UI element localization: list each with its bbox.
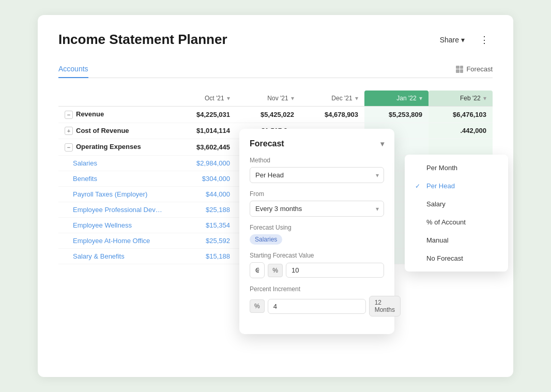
check-icon-pct-of-account bbox=[415, 219, 422, 226]
percent-increment-field: Percent Increment % 12 Months bbox=[250, 285, 384, 316]
row-cell-oct21: $304,000 bbox=[172, 171, 236, 186]
method-field: Method Per Head bbox=[250, 157, 384, 183]
expand-button[interactable]: − bbox=[65, 143, 73, 152]
header-actions: Share ▾ ⋮ bbox=[435, 32, 493, 48]
check-icon-per-head: ✓ bbox=[415, 183, 422, 190]
row-cell-feb22: .442,000 bbox=[428, 123, 493, 139]
dropdown-item-manual[interactable]: Manual bbox=[405, 231, 508, 249]
from-select-wrap: Every 3 months bbox=[250, 201, 384, 217]
method-select[interactable]: Per Head bbox=[250, 167, 384, 183]
table-row: −Revenue$4,225,031$5,425,022$4,678,903$5… bbox=[58, 107, 493, 123]
dropdown-item-per-head[interactable]: ✓ Per Head bbox=[405, 177, 508, 195]
starting-value-label: Starting Forecast Value bbox=[250, 252, 384, 259]
row-name-cell: +Cost of Revenue bbox=[58, 123, 172, 139]
row-name-cell: Employee Professional Dev… bbox=[58, 202, 172, 217]
share-button[interactable]: Share ▾ bbox=[435, 33, 470, 47]
row-cell-nov21: $5,425,022 bbox=[236, 107, 300, 123]
row-cell-oct21: $15,188 bbox=[172, 248, 236, 264]
forecast-modal-chevron[interactable]: ▾ bbox=[380, 140, 384, 148]
dropdown-item-per-month[interactable]: Per Month bbox=[405, 159, 508, 177]
forecast-toggle[interactable]: Forecast bbox=[456, 65, 493, 73]
row-name-cell: Salaries bbox=[58, 155, 172, 171]
dropdown-item-pct-of-account[interactable]: % of Account bbox=[405, 213, 508, 231]
row-cell-oct21: $3,602,445 bbox=[172, 139, 236, 156]
duration-pill: 12 Months bbox=[369, 296, 401, 316]
row-cell-oct21: $1,014,114 bbox=[172, 123, 236, 139]
forecast-using-label: Forecast Using bbox=[250, 224, 384, 231]
row-name-cell: Employee Wellness bbox=[58, 217, 172, 233]
from-select[interactable]: Every 3 months bbox=[250, 201, 384, 217]
row-cell-jan22: $5,253,809 bbox=[364, 107, 428, 123]
col-header-dec21[interactable]: Dec '21 ▾ bbox=[300, 91, 364, 107]
row-cell-oct21: $44,000 bbox=[172, 186, 236, 202]
increment-value-input[interactable] bbox=[268, 299, 366, 314]
from-label: From bbox=[250, 190, 384, 198]
expand-button[interactable]: + bbox=[65, 127, 73, 135]
page-title: Income Statement Planner bbox=[58, 32, 227, 48]
check-icon-manual bbox=[415, 237, 422, 244]
check-icon-no-forecast bbox=[415, 255, 422, 262]
row-cell-oct21: $2,984,000 bbox=[172, 155, 236, 171]
row-cell-oct21: $4,225,031 bbox=[172, 107, 236, 123]
from-field: From Every 3 months bbox=[250, 190, 384, 217]
method-select-wrap: Per Head bbox=[250, 167, 384, 183]
forecast-using-value: Salaries bbox=[250, 234, 384, 245]
forecast-using-tag[interactable]: Salaries bbox=[250, 234, 282, 245]
method-label: Method bbox=[250, 157, 384, 164]
forecast-modal-header: Forecast ▾ bbox=[250, 139, 384, 148]
forecast-modal-title: Forecast bbox=[250, 139, 284, 148]
row-cell-feb22 bbox=[428, 139, 493, 156]
tab-accounts[interactable]: Accounts bbox=[58, 61, 88, 78]
custom-select[interactable]: Custom bbox=[250, 262, 265, 278]
starting-value-row: Custom % bbox=[250, 262, 384, 278]
starting-value-field: Starting Forecast Value Custom % bbox=[250, 252, 384, 278]
row-cell-oct21: $25,592 bbox=[172, 233, 236, 248]
row-name-cell: Employee At-Home Office bbox=[58, 233, 172, 248]
forecast-modal: Forecast ▾ Method Per Head From Every 3 … bbox=[239, 129, 394, 334]
expand-button[interactable]: − bbox=[65, 111, 73, 119]
col-header-nov21[interactable]: Nov '21 ▾ bbox=[236, 91, 300, 107]
chevron-down-icon: ▾ bbox=[461, 36, 465, 44]
col-header-feb22[interactable]: Feb '22 ▾ bbox=[428, 91, 493, 107]
row-cell-oct21: $15,354 bbox=[172, 217, 236, 233]
check-icon-salary bbox=[415, 201, 422, 208]
row-name-cell: Benefits bbox=[58, 171, 172, 186]
row-cell-dec21: $4,678,903 bbox=[300, 107, 364, 123]
col-header-jan22[interactable]: Jan '22 ▾ bbox=[364, 91, 428, 107]
col-header-oct21[interactable]: Oct '21 ▾ bbox=[172, 91, 236, 107]
row-name-cell: Salary & Benefits bbox=[58, 248, 172, 264]
row-cell-oct21: $25,188 bbox=[172, 202, 236, 217]
pct-badge: % bbox=[268, 264, 283, 277]
dropdown-item-no-forecast[interactable]: No Forecast bbox=[405, 249, 508, 267]
percent-increment-label: Percent Increment bbox=[250, 285, 384, 293]
custom-value-input[interactable] bbox=[286, 263, 384, 278]
forecast-using-field: Forecast Using Salaries bbox=[250, 224, 384, 245]
check-icon-per-month bbox=[415, 164, 422, 172]
main-card: Income Statement Planner Share ▾ ⋮ Accou… bbox=[38, 15, 513, 377]
row-name-cell: −Revenue bbox=[58, 107, 172, 123]
pct2-badge: % bbox=[250, 299, 265, 313]
row-name-cell: −Operating Expenses bbox=[58, 139, 172, 156]
grid-icon bbox=[456, 66, 463, 73]
row-cell-feb22: $6,476,103 bbox=[428, 107, 493, 123]
col-header-name bbox=[58, 91, 172, 107]
percent-increment-row: % 12 Months bbox=[250, 296, 384, 316]
row-name-cell: Payroll Taxes (Employer) bbox=[58, 186, 172, 202]
nav-tabs: Accounts Forecast bbox=[58, 61, 493, 78]
method-dropdown-menu: Per Month ✓ Per Head Salary % of Account… bbox=[405, 155, 508, 272]
more-options-button[interactable]: ⋮ bbox=[476, 32, 493, 48]
custom-select-wrap: Custom bbox=[250, 262, 265, 278]
header: Income Statement Planner Share ▾ ⋮ bbox=[58, 32, 493, 48]
dropdown-item-salary[interactable]: Salary bbox=[405, 195, 508, 213]
